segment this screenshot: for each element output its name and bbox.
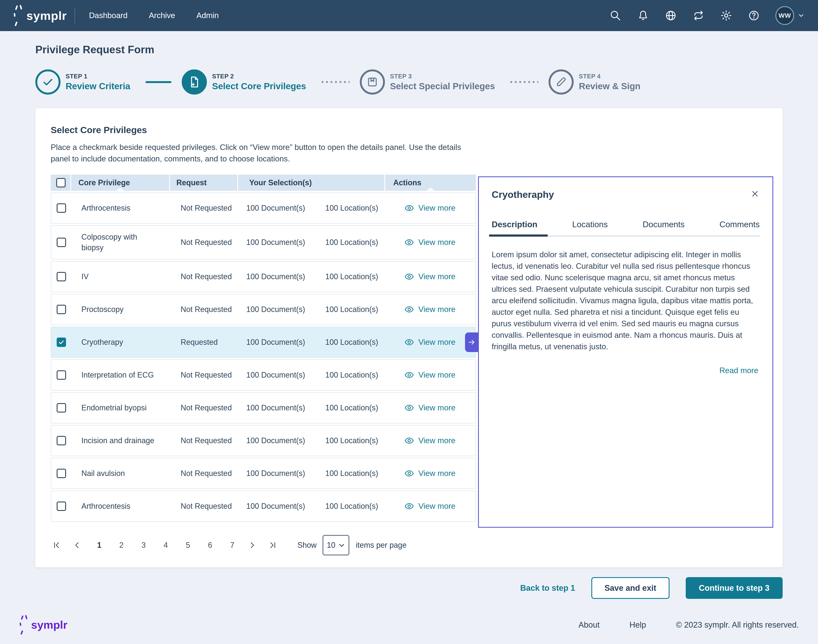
- locations-count: 100 Location(s): [312, 371, 385, 379]
- documents-count: 100 Document(s): [239, 436, 312, 445]
- view-more-button[interactable]: View more: [385, 203, 476, 213]
- privileges-table: Core Privilege Request Your Selection(s)…: [51, 175, 476, 521]
- user-menu[interactable]: WW: [775, 6, 805, 25]
- row-checkbox[interactable]: [57, 370, 66, 380]
- eye-icon: [404, 305, 414, 314]
- view-more-button[interactable]: View more: [385, 238, 476, 247]
- step-1-review-criteria[interactable]: STEP 1 Review Criteria: [35, 69, 130, 95]
- step-title: Select Core Privileges: [212, 81, 306, 91]
- continue-to-step-3-button[interactable]: Continue to step 3: [686, 577, 783, 599]
- row-checkbox[interactable]: [57, 272, 66, 281]
- show-label: Show: [298, 541, 316, 550]
- row-checkbox[interactable]: [57, 305, 66, 314]
- settings-gear-icon[interactable]: [720, 9, 732, 22]
- nav-link-dashboard[interactable]: Dashboard: [89, 11, 127, 20]
- first-page-icon[interactable]: [52, 541, 61, 549]
- chevron-down-icon: [338, 542, 345, 549]
- page-size-select[interactable]: 10: [322, 535, 349, 555]
- next-page-icon[interactable]: [248, 541, 256, 549]
- view-more-button[interactable]: View more: [385, 403, 476, 413]
- page-number[interactable]: 6: [208, 541, 212, 550]
- header-select-all-cell: [51, 175, 71, 191]
- nav-link-archive[interactable]: Archive: [149, 11, 175, 20]
- view-more-button[interactable]: View more: [385, 337, 476, 347]
- documents-count: 100 Document(s): [239, 338, 312, 347]
- globe-language-icon[interactable]: [665, 9, 677, 22]
- tab-description[interactable]: Description: [492, 220, 537, 236]
- tab-documents[interactable]: Documents: [643, 220, 684, 236]
- tab-comments[interactable]: Comments: [719, 220, 760, 236]
- table-row: Arthrocentesis Not Requested 100 Documen…: [51, 193, 476, 224]
- table-header-row: Core Privilege Request Your Selection(s)…: [51, 175, 476, 191]
- row-checkbox[interactable]: [57, 436, 66, 445]
- nav-links: Dashboard Archive Admin: [89, 11, 219, 20]
- avatar[interactable]: WW: [775, 6, 794, 25]
- view-more-button[interactable]: View more: [385, 272, 476, 282]
- page-number[interactable]: 1: [97, 541, 101, 550]
- back-to-step-1-link[interactable]: Back to step 1: [520, 584, 575, 593]
- read-more-link[interactable]: Read more: [492, 366, 760, 375]
- page-number[interactable]: 4: [164, 541, 168, 550]
- panel-tabs: Description Locations Documents Comments: [492, 220, 760, 237]
- about-link[interactable]: About: [579, 620, 599, 630]
- eye-icon: [404, 469, 414, 478]
- row-checkbox[interactable]: [57, 238, 66, 247]
- step-1-check-icon: [35, 69, 60, 95]
- tab-locations[interactable]: Locations: [572, 220, 608, 236]
- header-core-privilege[interactable]: Core Privilege: [71, 175, 170, 191]
- select-all-checkbox[interactable]: [56, 178, 66, 187]
- card-description: Place a checkmark beside requested privi…: [51, 142, 474, 164]
- documents-count: 100 Document(s): [239, 272, 312, 281]
- view-more-button[interactable]: View more: [385, 469, 476, 478]
- view-more-label: View more: [418, 403, 456, 412]
- help-link[interactable]: Help: [629, 620, 646, 630]
- step-3-select-special-privileges[interactable]: STEP 3 Select Special Privileges: [360, 69, 495, 95]
- locations-count: 100 Location(s): [312, 338, 385, 347]
- step-connector-dotted: [510, 81, 538, 83]
- close-icon[interactable]: [750, 189, 760, 198]
- last-page-icon[interactable]: [269, 541, 277, 549]
- locations-count: 100 Location(s): [312, 502, 385, 511]
- step-4-review-and-sign[interactable]: STEP 4 Review & Sign: [548, 69, 640, 95]
- open-details-arrow-button[interactable]: [465, 333, 478, 352]
- nav-link-admin[interactable]: Admin: [196, 11, 219, 20]
- page-number[interactable]: 2: [119, 541, 124, 550]
- row-checkbox[interactable]: [57, 469, 66, 478]
- row-checkbox[interactable]: [57, 403, 66, 412]
- view-more-button[interactable]: View more: [385, 436, 476, 446]
- page-number[interactable]: 3: [141, 541, 146, 550]
- table-row: Cryotherapy Requested 100 Document(s) 10…: [51, 327, 476, 358]
- privilege-name: Nail avulsion: [72, 462, 170, 485]
- view-more-button[interactable]: View more: [385, 305, 476, 314]
- view-more-button[interactable]: View more: [385, 501, 476, 511]
- prev-page-icon[interactable]: [73, 541, 81, 549]
- row-checkbox[interactable]: [57, 501, 66, 511]
- row-checkbox[interactable]: [57, 337, 66, 347]
- header-actions[interactable]: Actions: [385, 175, 476, 191]
- row-checkbox[interactable]: [57, 203, 66, 213]
- page-number[interactable]: 5: [186, 541, 190, 550]
- privilege-name: Interpretation of ECG: [72, 364, 170, 386]
- step-2-select-core-privileges[interactable]: STEP 2 Select Core Privileges: [182, 69, 306, 95]
- stepper: STEP 1 Review Criteria STEP 2 Select Cor…: [35, 69, 818, 95]
- save-and-exit-button[interactable]: Save and exit: [591, 577, 669, 599]
- chevron-down-icon: [798, 12, 805, 19]
- sync-switch-icon[interactable]: [692, 9, 705, 22]
- help-question-icon[interactable]: [748, 9, 760, 22]
- request-status: Not Requested: [170, 238, 239, 247]
- search-icon[interactable]: [609, 9, 622, 22]
- page-number[interactable]: 7: [230, 541, 234, 550]
- nav-divider: [75, 8, 75, 23]
- documents-count: 100 Document(s): [239, 204, 312, 213]
- privilege-name: Cryotherapy: [72, 331, 170, 354]
- privilege-name: Endometrial byopsi: [72, 397, 170, 419]
- view-more-label: View more: [418, 238, 456, 247]
- eye-icon: [404, 238, 414, 247]
- privilege-name: Incision and drainage: [72, 429, 170, 452]
- eye-icon: [404, 501, 414, 511]
- view-more-button[interactable]: View more: [385, 370, 476, 380]
- view-more-label: View more: [418, 204, 456, 213]
- locations-count: 100 Location(s): [312, 436, 385, 445]
- request-status: Requested: [170, 338, 239, 347]
- notifications-bell-icon[interactable]: [637, 9, 649, 22]
